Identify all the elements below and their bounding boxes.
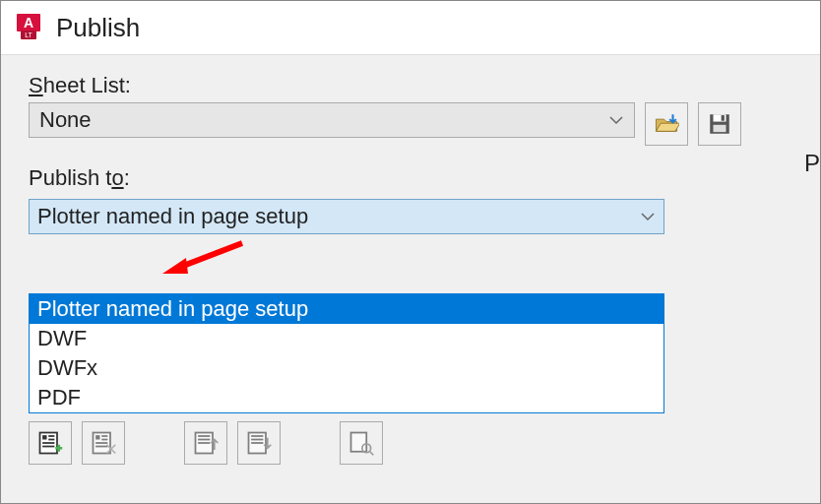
publish-to-combo[interactable]: Plotter named in page setup — [29, 199, 664, 234]
svg-rect-21 — [198, 442, 210, 444]
preview-button[interactable] — [340, 421, 383, 465]
svg-rect-10 — [42, 442, 54, 444]
add-sheets-button[interactable] — [29, 421, 72, 465]
svg-rect-26 — [351, 433, 367, 452]
dropdown-option[interactable]: DWF — [30, 324, 663, 353]
svg-rect-3 — [714, 125, 726, 132]
save-sheet-list-button[interactable] — [698, 102, 741, 146]
titlebar: A LT Publish — [1, 1, 820, 55]
svg-line-28 — [370, 452, 374, 456]
svg-rect-9 — [48, 439, 54, 441]
publish-to-value: Plotter named in page setup — [37, 204, 640, 229]
svg-line-4 — [178, 243, 242, 268]
publish-to-label: Publish to: — [29, 165, 130, 191]
svg-marker-5 — [162, 258, 188, 274]
svg-rect-17 — [95, 446, 107, 448]
svg-rect-16 — [95, 442, 107, 444]
svg-rect-24 — [251, 439, 263, 441]
dropdown-option[interactable]: DWFx — [30, 353, 663, 383]
svg-rect-14 — [101, 435, 107, 437]
chevron-down-icon — [608, 112, 624, 128]
open-sheet-list-button[interactable] — [645, 102, 688, 146]
svg-rect-20 — [198, 439, 210, 441]
annotation-arrow — [158, 238, 247, 278]
toolbar — [29, 421, 792, 465]
svg-rect-19 — [198, 435, 210, 437]
sheet-list-value: None — [39, 107, 608, 133]
svg-rect-7 — [42, 435, 46, 439]
svg-rect-13 — [95, 435, 99, 439]
dropdown-option[interactable]: Plotter named in page setup — [30, 294, 663, 324]
svg-rect-23 — [251, 435, 263, 437]
dropdown-option[interactable]: PDF — [30, 383, 663, 412]
publish-to-dropdown[interactable]: Plotter named in page setup DWF DWFx PDF — [29, 293, 664, 413]
cut-off-text: P — [804, 150, 820, 177]
app-icon: A LT — [15, 14, 42, 41]
svg-rect-11 — [42, 446, 54, 448]
move-sheet-up-button[interactable] — [184, 421, 227, 465]
svg-rect-15 — [101, 439, 107, 441]
sheet-list-combo[interactable]: None — [29, 102, 635, 138]
svg-rect-25 — [251, 442, 263, 444]
svg-rect-8 — [48, 435, 54, 437]
remove-sheets-button[interactable] — [82, 421, 125, 465]
sheet-list-label: Sheet List: — [29, 73, 131, 98]
move-sheet-down-button[interactable] — [237, 421, 281, 465]
window-title: Publish — [56, 13, 140, 43]
svg-rect-2 — [722, 115, 725, 121]
chevron-down-icon — [640, 209, 656, 224]
